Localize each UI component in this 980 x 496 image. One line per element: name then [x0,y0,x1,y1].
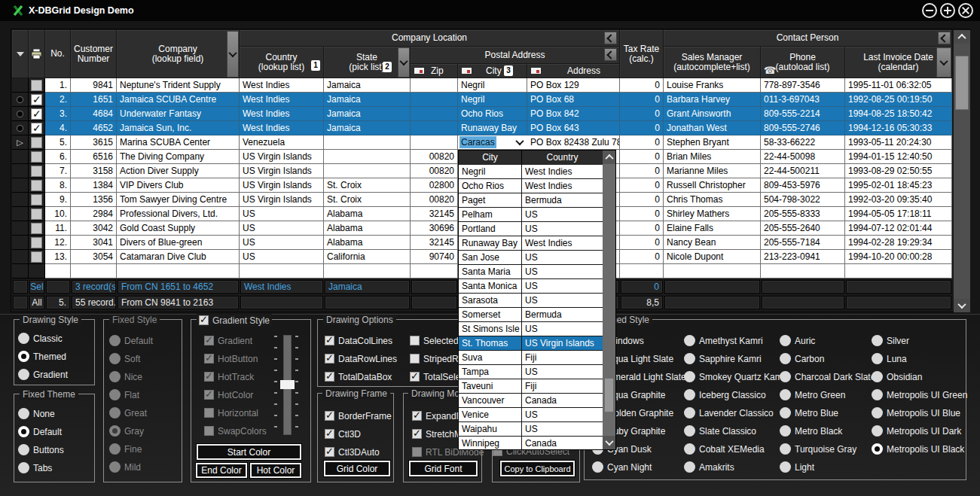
radio-themed-style-silver[interactable]: Silver [872,334,909,347]
row-indicator[interactable] [12,164,29,178]
row-indicator[interactable] [12,207,29,221]
grid-cell-no[interactable]: 11. [45,221,71,236]
radio-themed-style-lavender-classico[interactable]: Lavender Classico [684,406,774,419]
radio-icon[interactable] [109,353,121,364]
column-header-sales-manager[interactable]: Sales Manager(autocomplete+list) [664,47,761,78]
grid-cell-no[interactable]: 5. [45,135,71,150]
dropdown-item[interactable]: San JoseUS [459,251,603,265]
row-checkbox[interactable] [31,137,42,148]
grid-cell-company[interactable] [117,264,240,278]
row-indicator[interactable]: ▷ [12,135,29,150]
grid-cell-invoice[interactable]: 1994-12-16 05:30:33 [845,121,952,135]
city-cell-editor[interactable]: Caracas [458,135,527,150]
grid-cell-phone[interactable]: 778-897-3546 [761,78,845,93]
radio-icon[interactable] [109,371,121,382]
grid-cell-sales[interactable]: Nancy Bean [664,236,761,250]
grid-cell-invoice[interactable]: 1993-05-11 20:24:30 [845,135,952,150]
grid-cell-state[interactable]: Alabama [324,221,411,236]
grid-cell-company[interactable]: VIP Divers Club [117,178,240,193]
grid-cell-phone[interactable]: 809-453-5976 [761,178,845,193]
dropdown-item[interactable]: SuvaFiji [459,351,603,365]
radio-icon[interactable] [872,389,883,400]
grid-cell-state[interactable]: St. Croix [324,178,411,193]
grid-cell-sales[interactable]: Brian Miles [664,150,761,164]
grid-cell-cust[interactable] [71,264,117,278]
radio-themed-style-slate-classico[interactable]: Slate Classico [684,424,756,437]
row-checkbox[interactable] [31,208,42,220]
radio-themed-style-metropolis-ui-dark[interactable]: Metropolis UI Dark [872,424,961,437]
grid-cell-state[interactable]: Jamaica [324,93,411,107]
checkbox-gradient-style-swapcolors[interactable]: SwapColors [204,424,267,437]
grid-cell-tax[interactable]: 0 [620,150,664,164]
row-indicator[interactable] [12,107,29,121]
grid-cell-zip[interactable] [411,135,458,150]
grid-cell-cust[interactable]: 3054 [71,250,117,264]
grid-cell-no[interactable]: 12. [45,236,71,250]
dropdown-item[interactable]: Santa MonicaUS [459,279,603,294]
grid-cell-tax[interactable] [620,264,664,278]
row-checkbox[interactable] [31,80,42,91]
grid-cell-cust[interactable]: 1356 [71,193,117,207]
radio-icon[interactable] [872,353,883,364]
checkbox-icon[interactable] [204,390,214,400]
scrollbar-thumb[interactable] [955,56,969,110]
radio-icon[interactable] [780,389,791,400]
invoice-dropdown-button[interactable] [936,47,951,78]
grid-cell-country[interactable]: US [240,207,324,221]
grid-cell-no[interactable]: 13. [45,250,71,264]
radio-icon[interactable] [109,335,121,346]
grid-cell-cust[interactable]: 3615 [71,135,117,150]
row-checkbox-cell[interactable] [29,150,45,164]
checkbox-drawing-frame-borderframe[interactable]: BorderFrame [325,409,392,422]
checkbox-gradient-style-hotbutton[interactable]: HotButton [204,352,258,365]
checkbox-icon[interactable] [204,336,214,345]
radio-icon[interactable] [684,461,695,473]
checkbox-gradient-style-gradient[interactable]: Gradient [204,334,252,347]
radio-icon[interactable] [780,335,791,346]
dropdown-item[interactable]: SomersetBermuda [459,308,603,322]
dropdown-item[interactable]: Santa MariaUS [459,265,603,279]
radio-fixed-style-soft[interactable]: Soft [109,352,140,365]
grid-cell-zip[interactable]: 00820 [411,150,458,164]
radio-themed-style-sapphire-kamri[interactable]: Sapphire Kamri [684,352,762,365]
grid-cell-tax[interactable]: 0 [620,135,664,150]
contact-person-collapse-button[interactable] [938,32,951,44]
radio-icon[interactable] [684,371,695,382]
grid-cell-cust[interactable]: 2984 [71,207,117,221]
grid-cell-city[interactable]: Ocho Rios [458,107,527,121]
grid-cell-country[interactable]: West Indies [240,107,324,121]
grid-cell-country[interactable]: US Virgin Islands [240,178,324,193]
grid-cell-country[interactable]: US Virgin Islands [240,164,324,178]
grid-cell-company[interactable]: Divers of Blue-green [117,236,240,250]
grid-cell-no[interactable]: 6. [45,150,71,164]
dropdown-item[interactable]: PortlandUS [459,222,603,236]
radio-themed-style-cyan-night[interactable]: Cyan Night [592,461,652,473]
grid-cell-company[interactable]: Action Diver Supply [117,164,240,178]
dropdown-item[interactable]: PagetBermuda [459,193,603,208]
grid-cell-company[interactable]: Jamaica Sun, Inc. [117,121,240,135]
radio-icon[interactable] [684,335,695,346]
maximize-button[interactable] [940,3,955,18]
grid-cell-cust[interactable]: 6516 [71,150,117,164]
checkbox-icon[interactable] [204,408,214,418]
row-checkbox-cell[interactable] [29,107,45,121]
grid-cell-sales[interactable]: Chris Thomas [664,193,761,207]
checkbox-drawing-options-datarowlines[interactable]: DataRowLines [325,352,397,365]
grid-cell-addr[interactable]: PO Box 82438 Zulu 7831 [527,135,620,150]
grid-cell-company[interactable]: The Diving Company [117,150,240,164]
dropdown-item[interactable]: NegrilWest Indies [459,165,603,179]
radio-icon[interactable] [18,351,29,362]
row-checkbox[interactable] [31,166,42,177]
dropdown-item[interactable]: St Simons IsleUS [459,322,603,336]
grid-cell-invoice[interactable]: 1992-03-20 09:35:40 [845,193,952,207]
checkbox-icon[interactable] [204,372,214,382]
grid-cell-tax[interactable]: 0 [620,121,664,135]
gradient-style-checkbox[interactable] [199,315,209,325]
radio-drawing-style-gradient[interactable]: Gradient [18,368,68,381]
grid-cell-country[interactable]: US Virgin Islands [240,193,324,207]
radio-drawing-style-classic[interactable]: Classic [18,332,63,345]
state-dropdown-button[interactable] [398,47,410,78]
radio-themed-style-obsidian[interactable]: Obsidian [872,370,922,383]
grid-cell-no[interactable]: 3. [45,107,71,121]
grid-cell-phone[interactable]: 809-555-2746 [761,121,845,135]
